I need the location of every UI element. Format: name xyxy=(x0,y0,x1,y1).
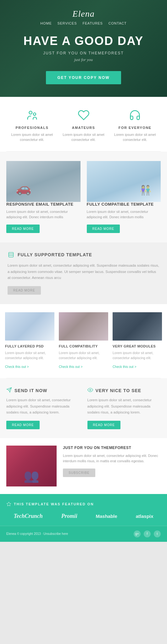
send-title: SEND IT NOW xyxy=(14,388,47,393)
features-section: PROFESIONALS Lorem ipsum dolor sit amet … xyxy=(0,97,167,151)
svg-point-7 xyxy=(89,389,91,391)
atlaspix-logo: atlaspix xyxy=(136,514,153,519)
copyright: Elenea © copyright 2013 · Unsubscribe he… xyxy=(6,532,68,536)
headphones-icon xyxy=(128,108,142,122)
compatible-read-more[interactable]: Read more xyxy=(87,225,120,233)
feature-professionals: PROFESIONALS Lorem ipsum dolor sit amet … xyxy=(6,108,58,142)
featured-label: THIS TEMPLATE WAS FEATURED ON xyxy=(14,502,94,506)
col-modules: VERY GREAT MODULES Lorem ipsum dolor sit… xyxy=(113,312,162,369)
full-supported-section: FULLY SUPPORTED TEMPLATE Lorem ipsum dol… xyxy=(0,242,167,304)
send-it-col: SEND IT NOW Lorem ipsum dolor sit amet, … xyxy=(6,387,80,429)
feature-amateurs-desc: Lorem ipsum dolor sit amet consectetur e… xyxy=(62,132,106,142)
umbrella-thumb xyxy=(59,312,108,341)
bottom-feature-section: JUST FOR YOU ON THEMEFOREST Lorem ipsum … xyxy=(0,438,167,494)
compat-desc: Lorem ipsum dolor sit amet, consectetur … xyxy=(59,350,108,361)
layered-title: FULLY LAYERED PSD xyxy=(5,344,54,348)
supported-title: FULLY SUPPORTED TEMPLATE xyxy=(18,252,92,257)
feature-amateurs-title: AMATEURS xyxy=(62,126,106,130)
hero-title: HAVE A GOOD DAY xyxy=(24,35,144,48)
responsive-title: RESPONSIVE EMAIL TEMPLATE xyxy=(6,202,81,207)
modules-link[interactable]: Check this out > xyxy=(113,365,136,369)
svg-rect-2 xyxy=(9,252,14,257)
mashable-logo: Mashable xyxy=(96,514,117,519)
feature-amateurs: AMATEURS Lorem ipsum dolor sit amet cons… xyxy=(58,108,109,142)
hero-script: just for you xyxy=(74,57,93,62)
twitter-icon[interactable]: t xyxy=(154,530,161,537)
subscribe-button[interactable]: Subscribe xyxy=(63,469,95,477)
col-compat: FULL COMPATIBILITY Lorem ipsum dolor sit… xyxy=(59,312,108,369)
three-col-section: FULLY LAYERED PSD Lorem ipsum dolor sit … xyxy=(0,304,167,378)
nav-services[interactable]: SERVICES xyxy=(58,21,77,25)
nice-title: VERY NICE TO SEE xyxy=(96,388,142,393)
hero-section: Elena HOME SERVICES FEATURES CONTACT HAV… xyxy=(0,0,167,97)
social-links: g+ f t xyxy=(134,530,161,537)
page-wrapper: Elena HOME SERVICES FEATURES CONTACT HAV… xyxy=(0,0,167,542)
feature-professionals-title: PROFESIONALS xyxy=(10,126,54,130)
shoes-thumb xyxy=(113,312,162,341)
main-nav: HOME SERVICES FEATURES CONTACT xyxy=(40,21,126,25)
car-image xyxy=(6,161,81,202)
compatible-desc: Lorem ipsum dolor sit amet, consectetur … xyxy=(87,209,161,220)
techcrunch-logo: TechCrunch xyxy=(14,513,42,519)
star-icon xyxy=(6,502,11,507)
footer-logos: TechCrunch Promii Mashable atlaspix xyxy=(6,513,161,519)
feature-professionals-desc: Lorem ipsum dolor sit amet consectetur e… xyxy=(10,132,54,142)
send-icon xyxy=(6,387,12,394)
cta-button[interactable]: GET YOUR COPY NOW xyxy=(46,71,121,84)
compat-title: FULL COMPATIBILITY xyxy=(59,344,108,348)
heart-icon xyxy=(77,108,91,122)
two-text-section: SEND IT NOW Lorem ipsum dolor sit amet, … xyxy=(0,378,167,438)
site-logo: Elena xyxy=(72,9,94,19)
nice-desc: Lorem ipsum dolor sit amet, consectetur … xyxy=(87,397,161,416)
nav-contact[interactable]: CONTACT xyxy=(109,21,127,25)
col-compatible: FULLY COMPATIBLE TEMPLATE Lorem ipsum do… xyxy=(87,161,161,233)
send-read-more[interactable]: Read more xyxy=(6,421,40,429)
supported-desc: Lorem ipsum dolor sit amet, consectetur … xyxy=(8,263,159,281)
compatible-title: FULLY COMPATIBLE TEMPLATE xyxy=(87,202,161,207)
bottom-feature-content: JUST FOR YOU ON THEMEFOREST Lorem ipsum … xyxy=(63,446,161,477)
nice-to-see-col: VERY NICE TO SEE Lorem ipsum dolor sit a… xyxy=(87,387,161,429)
supported-read-more[interactable]: Read more xyxy=(8,286,41,295)
col-responsive: RESPONSIVE EMAIL TEMPLATE Lorem ipsum do… xyxy=(6,161,81,233)
layered-desc: Lorem ipsum dolor sit amet, consectetur … xyxy=(5,350,54,361)
bottom-feature-desc: Lorem ipsum dolor sit amet, consectetur … xyxy=(63,453,161,464)
hero-subtitle: JUST FOR YOU ON THEMEFOREST xyxy=(43,51,124,55)
group-image xyxy=(6,446,57,486)
featured-title-row: THIS TEMPLATE WAS FEATURED ON xyxy=(6,502,161,507)
layers-icon xyxy=(8,251,14,258)
feature-everyone: FOR EVERYONE Lorem ipsum dolor sit amet … xyxy=(109,108,161,142)
snow-thumb xyxy=(5,312,54,341)
feature-everyone-desc: Lorem ipsum dolor sit amet consectetur e… xyxy=(113,132,157,142)
google-plus-icon[interactable]: g+ xyxy=(134,530,141,537)
layered-link[interactable]: Check this out > xyxy=(5,365,29,369)
svg-marker-8 xyxy=(7,502,11,506)
bottom-feature-title: JUST FOR YOU ON THEMEFOREST xyxy=(63,446,161,450)
promii-logo: Promii xyxy=(61,513,77,519)
send-title-row: SEND IT NOW xyxy=(6,387,80,394)
modules-desc: Lorem ipsum dolor sit amet, consectetur … xyxy=(113,350,162,361)
responsive-desc: Lorem ipsum dolor sit amet, consectetur … xyxy=(6,209,81,220)
supported-title-row: FULLY SUPPORTED TEMPLATE xyxy=(8,251,159,258)
nice-read-more[interactable]: Read more xyxy=(87,421,121,429)
responsive-read-more[interactable]: Read more xyxy=(6,225,40,233)
nav-features[interactable]: FEATURES xyxy=(82,21,103,25)
col-layered: FULLY LAYERED PSD Lorem ipsum dolor sit … xyxy=(5,312,54,369)
nav-home[interactable]: HOME xyxy=(40,21,52,25)
eye-icon xyxy=(87,387,93,394)
send-desc: Lorem ipsum dolor sit amet, consectetur … xyxy=(6,397,80,416)
compat-link[interactable]: Check this out > xyxy=(59,365,83,369)
facebook-icon[interactable]: f xyxy=(144,530,151,537)
footer-featured: THIS TEMPLATE WAS FEATURED ON TechCrunch… xyxy=(0,494,167,526)
couple-image xyxy=(87,161,161,202)
feature-everyone-title: FOR EVERYONE xyxy=(113,126,157,130)
two-col-section: RESPONSIVE EMAIL TEMPLATE Lorem ipsum do… xyxy=(0,152,167,242)
nice-title-row: VERY NICE TO SEE xyxy=(87,387,161,394)
modules-title: VERY GREAT MODULES xyxy=(113,344,162,348)
people-icon xyxy=(25,108,39,122)
svg-point-0 xyxy=(29,111,32,114)
footer-bottom: Elenea © copyright 2013 · Unsubscribe he… xyxy=(0,526,167,542)
svg-point-1 xyxy=(33,113,36,115)
